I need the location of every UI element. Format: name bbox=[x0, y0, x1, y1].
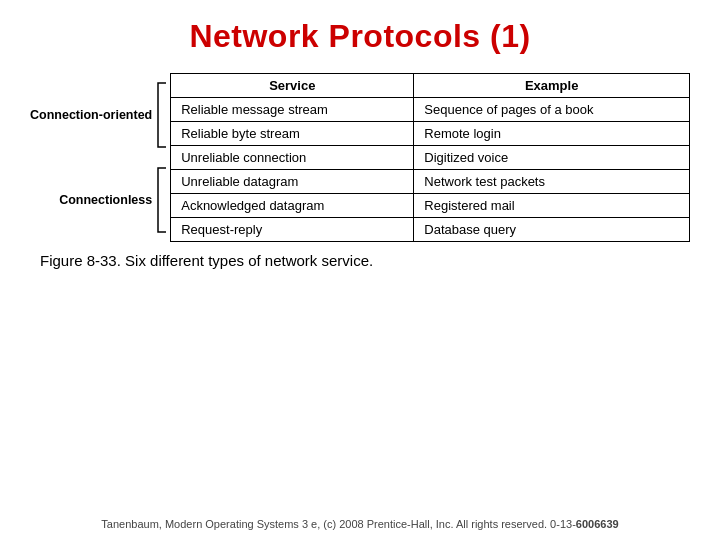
table-cell-service: Acknowledged datagram bbox=[171, 194, 414, 218]
connection-oriented-label: Connection-oriented bbox=[30, 108, 152, 122]
table-header-row: Service Example bbox=[171, 74, 690, 98]
page-title: Network Protocols (1) bbox=[189, 18, 530, 55]
connection-oriented-bracket bbox=[154, 79, 168, 151]
table-cell-example: Database query bbox=[414, 218, 690, 242]
table-cell-service: Reliable message stream bbox=[171, 98, 414, 122]
table-cell-example: Network test packets bbox=[414, 170, 690, 194]
table-cell-service: Request-reply bbox=[171, 218, 414, 242]
footer-text: Tanenbaum, Modern Operating Systems 3 e,… bbox=[101, 518, 618, 530]
table-cell-service: Unreliable connection bbox=[171, 146, 414, 170]
table-cell-example: Remote login bbox=[414, 122, 690, 146]
header-service: Service bbox=[171, 74, 414, 98]
connectionless-label-group: Connectionless bbox=[59, 158, 168, 243]
table-cell-service: Reliable byte stream bbox=[171, 122, 414, 146]
connection-oriented-label-group: Connection-oriented bbox=[30, 73, 168, 158]
header-example: Example bbox=[414, 74, 690, 98]
table-cell-example: Sequence of pages of a book bbox=[414, 98, 690, 122]
page-container: Network Protocols (1) Connection-oriente… bbox=[0, 0, 720, 540]
table-row: Unreliable connectionDigitized voice bbox=[171, 146, 690, 170]
labels-and-table: Connection-oriented Connectionless Servi… bbox=[30, 73, 690, 242]
table-row: Reliable message streamSequence of pages… bbox=[171, 98, 690, 122]
table-wrapper: Service Example Reliable message streamS… bbox=[170, 73, 690, 242]
table-row: Reliable byte streamRemote login bbox=[171, 122, 690, 146]
network-protocols-table: Service Example Reliable message streamS… bbox=[170, 73, 690, 242]
table-row: Request-replyDatabase query bbox=[171, 218, 690, 242]
footer: Tanenbaum, Modern Operating Systems 3 e,… bbox=[30, 518, 690, 530]
connectionless-bracket bbox=[154, 164, 168, 236]
table-cell-example: Digitized voice bbox=[414, 146, 690, 170]
side-labels-column: Connection-oriented Connectionless bbox=[30, 73, 170, 242]
table-row: Unreliable datagramNetwork test packets bbox=[171, 170, 690, 194]
connectionless-label: Connectionless bbox=[59, 193, 152, 207]
table-cell-example: Registered mail bbox=[414, 194, 690, 218]
table-row: Acknowledged datagramRegistered mail bbox=[171, 194, 690, 218]
table-cell-service: Unreliable datagram bbox=[171, 170, 414, 194]
figure-caption: Figure 8-33. Six different types of netw… bbox=[30, 252, 690, 269]
